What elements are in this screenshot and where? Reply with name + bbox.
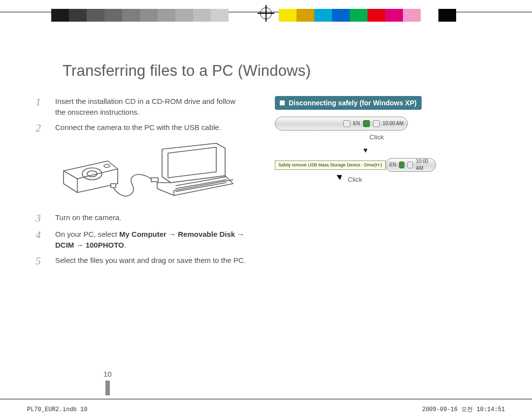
footer-file: PL70_EUR2.indb 10 [27, 406, 87, 414]
step-text: Insert the installation CD in a CD-ROM d… [55, 96, 247, 118]
callout-text: Disconnecting safely (for Windows XP) [289, 98, 417, 108]
step-4-suffix: . [124, 241, 126, 249]
svg-rect-3 [151, 178, 158, 182]
registration-mark-icon [258, 5, 274, 22]
print-footer: PL70_EUR2.indb 10 2009-09-16 오전 10:14:51 [0, 406, 532, 414]
click-label: Click [369, 132, 408, 142]
systray-illustration-2: Safely remove USB Mass Storage Device - … [275, 158, 408, 172]
path-my-computer: My Computer [119, 230, 166, 238]
callout-box: Disconnecting safely (for Windows XP) [275, 96, 422, 110]
path-dcim: DCIM [55, 241, 74, 249]
path-100photo: 100PHOTO [86, 241, 124, 249]
clock: 10:00 AM [383, 120, 403, 128]
instructions-column: 1 Insert the installation CD in a CD-ROM… [35, 96, 247, 272]
taskbar: EN 10:00 AM [385, 158, 436, 172]
step-number: 1 [35, 96, 55, 108]
square-bullet-icon [280, 100, 285, 105]
step-3: 3 Turn on the camera. [35, 212, 247, 224]
step-text: Connect the camera to the PC with the US… [55, 122, 247, 133]
manual-page: Transferring files to a PC (Windows) 1 I… [0, 35, 532, 419]
step-text: Turn on the camera. [55, 212, 247, 223]
safely-remove-icon [399, 161, 404, 168]
step-2: 2 Connect the camera to the PC with the … [35, 122, 247, 134]
step-1: 1 Insert the installation CD in a CD-ROM… [35, 96, 247, 118]
lang-label: EN [390, 161, 397, 169]
footer-timestamp: 2009-09-16 오전 10:14:51 [422, 406, 505, 414]
step-number: 3 [35, 212, 55, 224]
step-4-prefix: On your PC, select [55, 230, 119, 238]
step-number: 2 [35, 122, 55, 134]
click-label: Click [348, 175, 408, 185]
disconnect-column: Disconnecting safely (for Windows XP) EN… [275, 96, 497, 272]
tray-chip-icon [407, 161, 413, 168]
page-number: 10 [103, 369, 112, 380]
remove-tooltip: Safely remove USB Mass Storage Device - … [275, 161, 386, 170]
step-4: 4 On your PC, select My Computer → Remov… [35, 229, 247, 251]
systray-illustration-1: EN 10:00 AM Click ▼ Safely remove USB Ma… [275, 117, 408, 184]
down-arrow-icon: ▼ [360, 145, 371, 155]
path-removable-disk: Removable Disk [178, 230, 235, 238]
step-number: 5 [35, 255, 55, 267]
arrow-icon: → [166, 230, 178, 238]
greyscale-swatches [51, 9, 263, 22]
step-5: 5 Select the files you want and drag or … [35, 255, 247, 267]
color-swatches [279, 9, 456, 22]
page-title: Transferring files to a PC (Windows) [63, 60, 497, 82]
step-number: 4 [35, 229, 55, 241]
camera-laptop-diagram [47, 141, 247, 205]
page-number-bar [105, 381, 110, 395]
svg-rect-4 [111, 184, 116, 188]
arrow-icon: → [74, 241, 85, 249]
step-text: On your PC, select My Computer → Removab… [55, 229, 247, 251]
taskbar: EN 10:00 AM [275, 117, 408, 130]
footer-rule [0, 399, 532, 399]
arrow-icon: → [235, 230, 244, 238]
tray-chip-icon [373, 120, 380, 127]
print-registration-bar [0, 0, 532, 24]
clock: 10:00 AM [416, 158, 431, 172]
safely-remove-icon [363, 120, 370, 127]
lang-label: EN [353, 120, 360, 128]
step-text: Select the files you want and drag or sa… [55, 255, 247, 266]
lang-chip [343, 120, 350, 127]
